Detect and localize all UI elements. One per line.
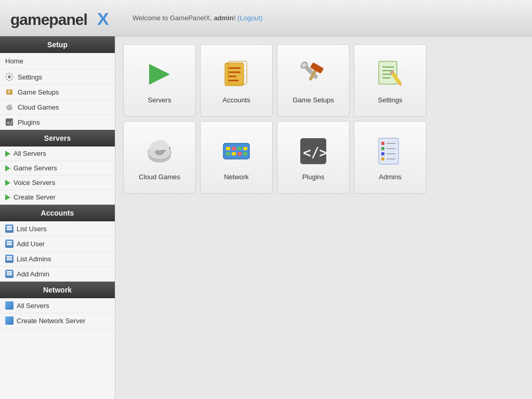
header: gamepanel X Welcome to GamePanelX, admin…	[0, 0, 532, 36]
add-admin-label: Add Admin	[17, 270, 49, 278]
voice-servers-label: Voice Servers	[14, 179, 55, 187]
network-tile-icon	[220, 135, 253, 168]
add-user-label: Add User	[17, 240, 45, 248]
network-tile-label: Network	[224, 173, 249, 181]
tiles-grid: Servers Accou	[123, 44, 524, 194]
tile-servers[interactable]: Servers	[123, 44, 196, 117]
logout-link[interactable]: (Logout)	[237, 14, 262, 22]
admin-list-icon	[5, 255, 14, 263]
network-section-header: Network	[0, 282, 115, 298]
sidebar-item-network-all-servers[interactable]: All Servers	[0, 298, 115, 313]
game-setups-tile-label: Game Setups	[292, 96, 334, 104]
plugins-tile-icon: </>	[297, 135, 330, 168]
tile-network[interactable]: Network	[200, 121, 273, 194]
sidebar-item-add-admin[interactable]: Add Admin	[0, 267, 115, 282]
welcome-text: Welcome to GamePanelX,	[132, 14, 212, 22]
servers-section-header: Servers	[0, 130, 115, 147]
play-arrow-icon	[5, 151, 10, 157]
cloud-icon	[5, 103, 15, 111]
svg-rect-48	[237, 147, 242, 150]
create-network-server-label: Create Network Server	[17, 317, 85, 325]
svg-rect-53	[243, 152, 247, 155]
sidebar-item-create-server[interactable]: Create Server	[0, 190, 115, 205]
plugins-label: Plugins	[18, 118, 40, 126]
admin-add-icon	[5, 270, 14, 278]
tile-game-setups[interactable]: Game Setups	[277, 44, 350, 117]
tile-cloud-games[interactable]: Cloud Games	[123, 121, 196, 194]
accounts-tile-icon	[220, 58, 253, 91]
network-server-icon	[5, 301, 14, 310]
game-setups-label: Game Setups	[18, 88, 59, 96]
sidebar-item-voice-servers[interactable]: Voice Servers	[0, 176, 115, 190]
game-servers-label: Game Servers	[14, 164, 57, 172]
play-arrow-icon	[5, 194, 10, 201]
svg-rect-44	[223, 143, 249, 159]
svg-rect-51	[232, 152, 236, 155]
sidebar-item-list-admins[interactable]: List Admins	[0, 251, 115, 267]
sidebar-item-game-servers[interactable]: Game Servers	[0, 161, 115, 176]
svg-rect-60	[381, 147, 384, 150]
svg-text:</>: </>	[303, 145, 327, 161]
cloud-games-tile-label: Cloud Games	[139, 173, 180, 181]
svg-rect-47	[232, 147, 236, 150]
sidebar-item-cloud-games[interactable]: Cloud Games	[0, 100, 115, 115]
sidebar-item-settings[interactable]: Settings	[0, 70, 115, 85]
svg-marker-11	[149, 64, 170, 85]
logo-svg: gamepanel X	[8, 5, 122, 31]
svg-text:</>: </>	[7, 120, 14, 126]
admins-tile-label: Admins	[379, 173, 401, 181]
svg-rect-43	[150, 146, 169, 150]
tile-settings[interactable]: Settings	[354, 44, 427, 117]
svg-point-2	[8, 75, 11, 78]
svg-rect-52	[237, 152, 242, 155]
svg-rect-64	[381, 157, 384, 161]
username: admin	[214, 14, 234, 22]
list-users-label: List Users	[17, 225, 47, 233]
settings-label: Settings	[18, 73, 42, 81]
sidebar-item-list-users[interactable]: List Users	[0, 221, 115, 236]
gear-icon	[5, 73, 15, 81]
create-server-label: Create Server	[14, 193, 56, 201]
user-add-icon	[5, 240, 14, 248]
setup-section-header: Setup	[0, 36, 115, 53]
user-list-icon	[5, 224, 14, 233]
admins-tile-icon	[374, 135, 407, 168]
svg-rect-58	[381, 142, 384, 145]
svg-rect-50	[226, 152, 230, 155]
logo[interactable]: gamepanel X	[8, 5, 122, 31]
network-all-servers-label: All Servers	[17, 302, 49, 310]
content: Servers Accou	[115, 36, 532, 399]
svg-text:X: X	[97, 9, 109, 29]
network-create-icon	[5, 316, 14, 325]
svg-rect-12	[225, 63, 244, 86]
tile-plugins[interactable]: </> Plugins	[277, 121, 350, 194]
cloud-games-tile-icon	[143, 135, 176, 168]
all-servers-label: All Servers	[14, 150, 46, 157]
svg-rect-3	[6, 89, 12, 95]
list-admins-label: List Admins	[17, 255, 51, 263]
play-arrow-icon	[5, 180, 10, 186]
main: Setup Home Settings Game Setups	[0, 36, 532, 399]
gamesetup-icon	[5, 88, 15, 96]
svg-point-8	[8, 104, 12, 109]
plugins-tile-label: Plugins	[302, 173, 325, 181]
svg-text:gamepanel: gamepanel	[10, 11, 87, 28]
svg-rect-46	[226, 147, 230, 150]
settings-tile-icon	[374, 58, 407, 91]
tile-admins[interactable]: Admins	[354, 121, 427, 194]
sidebar-item-add-user[interactable]: Add User	[0, 236, 115, 251]
sidebar-item-all-servers[interactable]: All Servers	[0, 147, 115, 161]
game-setups-tile-icon	[297, 58, 330, 91]
welcome-area: Welcome to GamePanelX, admin! (Logout)	[132, 14, 263, 22]
sidebar-item-home[interactable]: Home	[0, 53, 115, 70]
servers-tile-icon	[143, 58, 176, 91]
sidebar-item-create-network-server[interactable]: Create Network Server	[0, 313, 115, 328]
accounts-section-header: Accounts	[0, 205, 115, 221]
svg-rect-49	[243, 147, 247, 150]
servers-tile-label: Servers	[148, 96, 171, 104]
sidebar-item-plugins[interactable]: </> Plugins	[0, 115, 115, 130]
tile-accounts[interactable]: Accounts	[200, 44, 273, 117]
cloud-games-label: Cloud Games	[18, 103, 59, 111]
sidebar: Setup Home Settings Game Setups	[0, 36, 115, 399]
sidebar-item-game-setups[interactable]: Game Setups	[0, 85, 115, 100]
